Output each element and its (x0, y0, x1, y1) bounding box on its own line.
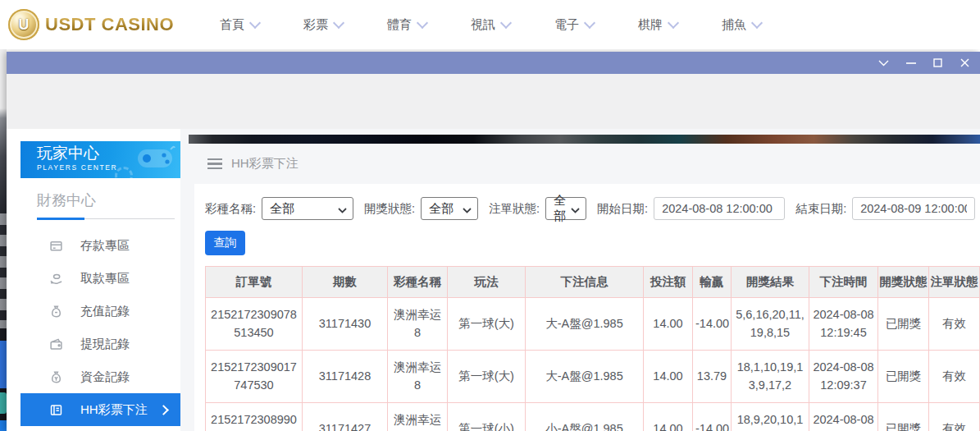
cell-play-type: 第一球(小) (448, 403, 526, 431)
sidebar-item-hall-bet-records[interactable]: 廳室投註記錄 (21, 426, 180, 431)
table-row: 215217230899081850031171427澳洲幸运8第一球(小)小-… (206, 403, 980, 431)
cell-bet-amount: 14.00 (644, 298, 693, 351)
cell-draw-result: 5,6,16,20,11,19,8,15 (732, 298, 809, 351)
sidebar-item-funds-record[interactable]: 資金記錄 (21, 360, 180, 393)
draw-status-select[interactable]: 全部 (421, 197, 478, 220)
query-button[interactable]: 查詢 (205, 231, 245, 255)
select-arrow-icon (335, 202, 347, 216)
selected-option: 全部 (270, 201, 294, 217)
nav-item-fishing[interactable]: 捕魚 (722, 17, 761, 33)
selected-option: 全部 (554, 193, 567, 224)
col-header-bet-time: 下注時間 (809, 267, 878, 298)
site-top-nav: U USDT CASINO 首頁彩票體育視訊電子棋牌捕魚 (0, 0, 980, 49)
sidebar-item-recharge-record[interactable]: 充值記錄 (21, 295, 180, 328)
maximize-button[interactable] (924, 52, 951, 74)
funds-bag-icon (49, 370, 63, 384)
site-logo[interactable]: U USDT CASINO (8, 9, 174, 40)
nav-item-video[interactable]: 視訊 (471, 17, 510, 33)
nav-item-slots[interactable]: 電子 (554, 17, 594, 33)
chevron-down-icon (584, 17, 595, 29)
nav-item-label: 棋牌 (638, 17, 663, 33)
cell-draw-status: 已開獎 (878, 403, 929, 431)
order-status-select[interactable]: 全部 (545, 197, 586, 220)
cell-order-status: 有效 (929, 403, 980, 431)
selected-option: 全部 (429, 201, 454, 217)
cell-bet-time: 2024-08-08 12:19:45 (809, 298, 878, 351)
cell-draw-result: 18,1,10,19,13,9,17,2 (732, 351, 809, 403)
cell-period: 31171428 (303, 351, 388, 403)
sidebar-item-withdraw[interactable]: 取款專區 (21, 262, 180, 295)
cell-order-no: 2152172309078513450 (206, 298, 303, 351)
logo-text: USDT CASINO (45, 14, 174, 35)
col-header-draw-result: 開獎結果 (732, 267, 809, 298)
sidebar-item-label: 取款專區 (80, 271, 130, 287)
background-badge (0, 392, 7, 414)
main-content: HH彩票下注 彩種名稱:全部開獎狀態:全部注單狀態:全部開始日期:結束日期: 查… (194, 144, 980, 431)
cell-win-loss: -14.00 (693, 298, 732, 351)
cell-lottery-name: 澳洲幸运8 (388, 298, 448, 351)
sidebar-item-hh-lottery-bets[interactable]: HH彩票下注 (21, 393, 180, 426)
window-titlebar[interactable] (7, 52, 980, 74)
cell-order-no: 2152172309017747530 (206, 351, 303, 403)
deposit-card-icon (49, 239, 63, 253)
close-button[interactable] (951, 52, 978, 74)
background-page-strip (0, 49, 7, 431)
window-chevron-button[interactable] (870, 52, 897, 74)
sidebar: 玩家中心 PLAYERS CENTER 財務中心 存款 (21, 129, 180, 431)
recharge-bag-icon (49, 305, 63, 319)
cell-bet-info: 大-A盤@1.985 (526, 298, 644, 351)
cell-lottery-name: 澳洲幸运8 (388, 403, 448, 431)
withdrawal-wallet-icon (49, 337, 63, 351)
sidebar-item-label: HH彩票下注 (80, 402, 148, 418)
nav-item-lottery[interactable]: 彩票 (303, 17, 343, 33)
cell-order-status: 有效 (929, 351, 980, 403)
sidebar-item-withdrawal-record[interactable]: 提現記錄 (21, 328, 180, 360)
cell-lottery-name: 澳洲幸运8 (388, 351, 448, 403)
cell-win-loss: -14.00 (693, 403, 732, 431)
cell-period: 31171427 (303, 403, 388, 431)
nav-item-sports[interactable]: 體育 (387, 17, 426, 33)
nav-item-home[interactable]: 首頁 (220, 17, 259, 33)
select-arrow-icon (567, 202, 580, 216)
hamburger-icon[interactable] (207, 158, 222, 170)
cell-period: 31171430 (303, 298, 388, 351)
cell-draw-status: 已開獎 (878, 351, 929, 403)
cell-bet-amount: 14.00 (644, 403, 693, 431)
lottery-name-select[interactable]: 全部 (262, 197, 353, 220)
col-header-play-type: 玩法 (448, 267, 526, 298)
table-row: 215217230901774753031171428澳洲幸运8第一球(大)大-… (206, 351, 980, 403)
nav-item-cards[interactable]: 棋牌 (638, 17, 677, 33)
cell-play-type: 第一球(大) (448, 298, 526, 351)
minimize-button[interactable] (897, 52, 924, 74)
start-date-label: 開始日期: (597, 201, 648, 217)
col-header-win-loss: 輸贏 (693, 267, 732, 298)
chevron-down-icon (417, 17, 428, 29)
draw-status-label: 開獎狀態: (364, 201, 415, 217)
sidebar-item-deposit[interactable]: 存款專區 (21, 229, 180, 262)
window-content: 玩家中心 PLAYERS CENTER 財務中心 存款 (7, 129, 980, 431)
filter-bar: 彩種名稱:全部開獎狀態:全部注單狀態:全部開始日期:結束日期: (205, 197, 980, 220)
chevron-right-icon (158, 405, 169, 415)
col-header-bet-amount: 投注額 (644, 267, 693, 298)
breadcrumb-label: HH彩票下注 (231, 156, 299, 172)
finance-center-underline (37, 218, 175, 220)
cell-order-status: 有效 (929, 298, 980, 351)
end-date-label: 結束日期: (795, 201, 846, 217)
table-row: 215217230907851345031171430澳洲幸运8第一球(大)大-… (206, 298, 980, 351)
sidebar-item-label: 提現記錄 (80, 337, 130, 352)
chevron-down-icon (668, 17, 679, 29)
nav-item-label: 捕魚 (722, 17, 746, 33)
finance-center-heading: 財務中心 (37, 190, 180, 210)
cell-bet-amount: 14.00 (644, 351, 693, 403)
nav-item-label: 首頁 (220, 17, 244, 33)
lottery-name-label: 彩種名稱: (205, 201, 256, 217)
bets-table: 訂單號期數彩種名稱玩法下注信息投注額輸贏開獎結果下注時間開獎狀態注單狀態 215… (205, 266, 980, 431)
select-arrow-icon (459, 202, 472, 216)
start-date-input[interactable] (654, 197, 785, 220)
sidebar-item-label: 資金記錄 (80, 369, 130, 385)
end-date-input[interactable] (852, 197, 975, 220)
background-artwork (0, 213, 7, 328)
chevron-down-icon (249, 17, 261, 29)
chevron-down-icon (500, 17, 512, 29)
breadcrumb: HH彩票下注 (194, 144, 980, 184)
